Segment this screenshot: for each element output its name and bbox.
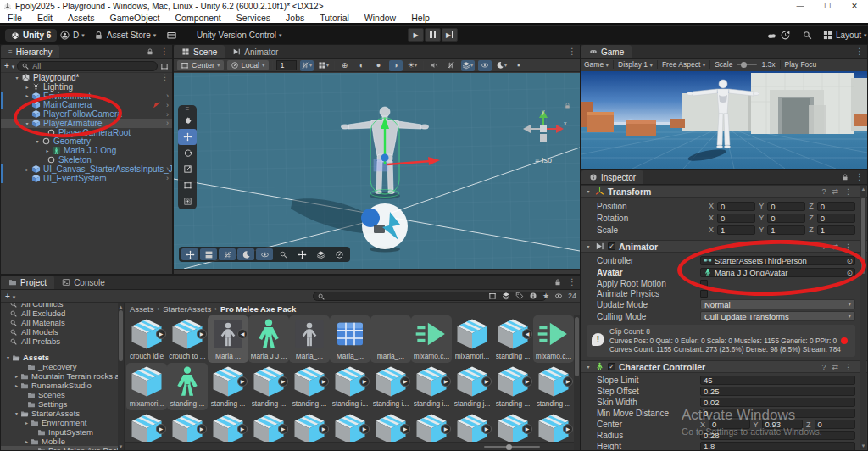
projection-mode-label[interactable]: ≡ Iso	[519, 156, 568, 164]
kebab-menu-icon[interactable]: ⋮	[568, 47, 576, 56]
menu-item[interactable]: File	[0, 13, 30, 23]
inspector-scrollbar[interactable]: ▲▼	[860, 186, 866, 449]
subasset-expand-toggle[interactable]: ▶	[359, 376, 370, 387]
expand-arrow-icon[interactable]: ▾	[33, 138, 42, 144]
y-field[interactable]: 1	[767, 226, 805, 235]
value-field[interactable]: 0	[700, 409, 855, 418]
folder-tree-item[interactable]: ▸ Environment	[1, 418, 124, 427]
object-picker-icon[interactable]: ⊙	[846, 257, 853, 265]
asset-item[interactable]: ▶ standing i...	[330, 363, 370, 410]
tab-console[interactable]: Console	[54, 276, 113, 289]
help-icon[interactable]: ?	[821, 242, 826, 251]
favorite-search-item[interactable]: All Materials	[1, 318, 124, 327]
create-object-button[interactable]: + ▾	[4, 61, 14, 70]
grid-snap-toggle[interactable]: ▾	[300, 60, 314, 71]
preset-icon[interactable]: ⇄	[832, 187, 838, 196]
object-picker-icon[interactable]: ⊙	[846, 269, 853, 277]
folder-tree-item[interactable]: ▾ Assets	[1, 353, 124, 362]
pivot-dropdown[interactable]: Center▾	[177, 60, 224, 70]
orientation-gizmo[interactable]: y x ≡ Iso	[519, 107, 568, 164]
folder-tree-item[interactable]: ▸ Mountain Terrain rocks an	[1, 371, 124, 381]
hierarchy-item[interactable]: ▸ Environment ›	[1, 92, 172, 101]
center-y-field[interactable]: 0.93	[762, 420, 803, 429]
subasset-expand-toggle[interactable]: ▶	[563, 376, 573, 387]
hierarchy-item[interactable]: ▸ Maria J J Ong	[1, 146, 172, 155]
asset-item[interactable]: ◀ Maria ...	[208, 315, 248, 363]
unity-hub-button[interactable]: Unity 6	[5, 29, 57, 42]
subasset-expand-toggle[interactable]: ▶	[319, 424, 329, 434]
subasset-expand-toggle[interactable]: ▶	[481, 376, 492, 387]
asset-item[interactable]: mixamo.c...	[411, 315, 452, 363]
scene-2d-toggle[interactable]	[427, 60, 441, 71]
hierarchy-item[interactable]: ▸ UI_Canvas_StarterAssetsInputs_Joys ›	[1, 164, 172, 174]
tab-project[interactable]: Project	[1, 276, 54, 289]
version-control-dropdown[interactable]: Unity Version Control▾	[197, 29, 281, 42]
subasset-expand-toggle[interactable]: ▶	[563, 424, 573, 434]
subasset-expand-toggle[interactable]: ▶	[237, 376, 248, 387]
hierarchy-item[interactable]: PlayerFollowCamera ›	[1, 109, 172, 119]
tab-inspector[interactable]: Inspector	[581, 170, 643, 184]
info-icon[interactable]	[529, 292, 537, 300]
folder-tree-item[interactable]: Settings	[1, 399, 124, 409]
gizmos-toggle[interactable]: ▪	[512, 60, 526, 71]
prefab-open-chevron[interactable]: ›	[166, 119, 169, 127]
step-button[interactable]: ▶	[442, 28, 458, 42]
search-overlay-icon[interactable]	[275, 248, 292, 260]
subasset-expand-toggle[interactable]: ▶	[237, 424, 248, 434]
play-focused-dropdown[interactable]: Play Focu	[785, 60, 817, 69]
fold-arrow-icon[interactable]: ▾	[585, 188, 592, 194]
scale-tool-button[interactable]	[178, 161, 197, 177]
toggle-checkbox[interactable]	[700, 280, 708, 287]
scene-viewport[interactable]: ≡ y x ≡ Iso	[174, 73, 580, 269]
prefab-open-chevron[interactable]: ›	[166, 101, 169, 109]
value-field[interactable]: 0.02	[700, 398, 855, 407]
camera-settings-dropdown[interactable]: ▾	[495, 60, 509, 71]
expand-arrow-icon[interactable]: ▸	[23, 84, 31, 90]
breadcrumb-item[interactable]: Assets	[130, 304, 154, 314]
favorite-search-item[interactable]: All Excluded	[1, 309, 124, 318]
lighting-toggle[interactable]: ●	[372, 60, 386, 71]
hierarchy-item[interactable]: UI_EventSystem ›	[1, 174, 172, 183]
aspect-dropdown[interactable]: Free Aspect ▾	[662, 60, 705, 69]
asset-item[interactable]: standing ...	[167, 363, 208, 410]
increment-snap-toggle[interactable]: ▾	[317, 60, 331, 71]
asset-item[interactable]: Maria J J ...	[248, 315, 289, 363]
scale-slider[interactable]	[737, 64, 757, 65]
strip-drag-handle[interactable]: ≡	[178, 105, 197, 113]
close-button[interactable]: ✕	[841, 0, 868, 13]
expand-arrow-icon[interactable]: ▸	[13, 382, 20, 388]
expand-arrow-icon[interactable]: ▾	[13, 410, 20, 416]
radius-field[interactable]: 0.28	[700, 431, 855, 440]
expand-arrow-icon[interactable]: ▸	[23, 420, 31, 426]
controller-object-field[interactable]: StarterAssetsThirdPerson ⊙	[700, 256, 855, 265]
toggle-checkbox[interactable]	[700, 290, 708, 298]
subasset-expand-toggle[interactable]: ◀	[522, 329, 532, 339]
expand-arrow-icon[interactable]: ▸	[23, 92, 31, 98]
subasset-expand-toggle[interactable]: ▶	[156, 424, 166, 434]
subasset-expand-toggle[interactable]: ▶	[481, 424, 492, 434]
layers-toggle[interactable]: ▾	[461, 60, 475, 71]
lock-icon[interactable]	[554, 278, 562, 287]
subasset-expand-toggle[interactable]: ▶	[278, 376, 288, 387]
audio-mute-toggle[interactable]	[444, 60, 458, 71]
tab-animator[interactable]: Animator	[225, 45, 286, 58]
expand-arrow-icon[interactable]: ▸	[23, 166, 31, 172]
x-field[interactable]: 1	[717, 226, 755, 235]
asset-item[interactable]: ▶ standing ...	[533, 363, 574, 410]
move-tool-button[interactable]	[178, 129, 197, 145]
hand-tool-button[interactable]	[178, 113, 197, 129]
thumbnail-size-slider[interactable]	[484, 446, 540, 448]
rotate-tool-button[interactable]	[178, 145, 197, 161]
preset-icon[interactable]: ⇄	[832, 363, 838, 371]
lock-icon[interactable]	[841, 173, 849, 181]
asset-item[interactable]: ▶ standing j...	[452, 363, 492, 410]
asset-item[interactable]: ▶ crouch to ...	[167, 315, 208, 363]
hierarchy-item[interactable]: ▸ Lighting	[1, 82, 172, 92]
subasset-expand-toggle[interactable]: ▶	[522, 424, 532, 434]
eye-icon[interactable]	[554, 292, 563, 300]
help-icon[interactable]: ?	[821, 187, 826, 196]
enabled-checkbox[interactable]: ✓	[608, 363, 615, 370]
create-asset-button[interactable]: + ▾	[5, 292, 15, 301]
grid-size-input[interactable]: 1	[276, 60, 297, 70]
asset-item[interactable]: mixamo.c...	[533, 315, 574, 363]
